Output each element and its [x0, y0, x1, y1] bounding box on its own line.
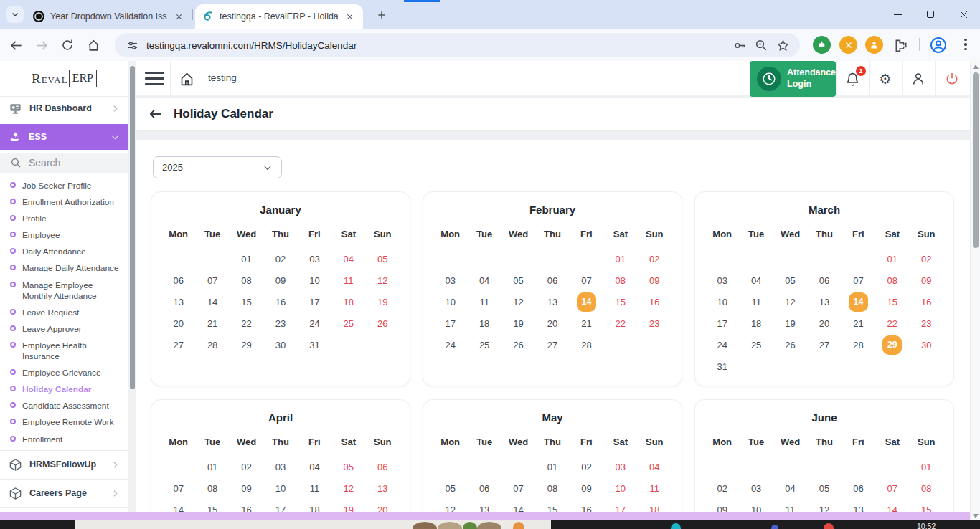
sidebar-item-profile[interactable]: Profile [0, 211, 128, 227]
calendar-date[interactable]: 24 [705, 340, 739, 351]
windows-taskbar[interactable]: 10:52 [0, 520, 980, 529]
calendar-date[interactable]: 04 [739, 275, 773, 286]
zoom-icon[interactable] [754, 38, 768, 52]
calendar-date[interactable]: 27 [807, 340, 841, 351]
holiday-date[interactable]: 14 [577, 292, 596, 312]
calendar-date[interactable]: 01 [603, 254, 637, 264]
taskbar-app-icon[interactable] [671, 523, 681, 529]
calendar-date[interactable]: 09 [570, 483, 603, 494]
scroll-down-arrow-icon[interactable] [973, 514, 979, 518]
sidebar-item-employee-health-insurance[interactable]: Employee Health Insurance [0, 338, 128, 365]
calendar-date[interactable]: 03 [739, 483, 773, 494]
calendar-date[interactable]: 18 [638, 505, 672, 513]
calendar-date[interactable]: 03 [705, 275, 739, 286]
calendar-date[interactable]: 30 [263, 340, 297, 351]
calendar-date[interactable]: 03 [433, 275, 467, 286]
calendar-date[interactable]: 13 [807, 297, 841, 308]
calendar-date[interactable]: 14 [570, 292, 603, 312]
calendar-date[interactable]: 17 [298, 297, 331, 308]
calendar-date[interactable]: 08 [230, 275, 263, 286]
calendar-date[interactable]: 15 [535, 505, 569, 513]
calendar-date[interactable]: 21 [195, 318, 229, 329]
calendar-date[interactable]: 11 [773, 505, 807, 513]
calendar-date[interactable]: 10 [298, 275, 331, 286]
sidebar-item-candidate-assessment[interactable]: Candidate Assessment [0, 398, 128, 414]
calendar-date[interactable]: 05 [366, 254, 400, 264]
calendar-date[interactable]: 09 [263, 275, 297, 286]
calendar-date[interactable]: 13 [842, 505, 875, 513]
password-key-icon[interactable] [732, 38, 747, 52]
extension-person-icon[interactable] [865, 36, 883, 54]
app-home-button[interactable] [178, 70, 195, 87]
calendar-date[interactable]: 14 [161, 505, 195, 513]
page-scrollbar-thumb[interactable] [973, 72, 979, 248]
calendar-date[interactable]: 06 [535, 275, 569, 286]
calendar-date[interactable]: 13 [467, 505, 501, 513]
hamburger-menu-icon[interactable] [145, 72, 164, 85]
calendar-date[interactable]: 23 [910, 318, 943, 329]
minimize-button[interactable] [881, 0, 914, 29]
calendar-date[interactable]: 14 [501, 505, 535, 513]
calendar-date[interactable]: 04 [773, 483, 807, 494]
calendar-date[interactable]: 10 [603, 483, 637, 494]
new-tab-button[interactable] [373, 6, 390, 24]
calendar-date[interactable]: 19 [366, 297, 400, 308]
calendar-date[interactable]: 06 [467, 483, 501, 494]
sidebar-item-enrollment-authorization[interactable]: Enrollment Authorization [0, 194, 128, 211]
calendar-date[interactable]: 08 [875, 275, 909, 286]
calendar-date[interactable]: 25 [331, 318, 365, 329]
calendar-date[interactable]: 25 [739, 340, 773, 351]
calendar-date[interactable]: 05 [773, 275, 807, 286]
extension-robot-icon[interactable] [813, 36, 831, 54]
calendar-date[interactable]: 02 [570, 462, 603, 472]
calendar-date[interactable]: 11 [467, 297, 501, 308]
calendar-date[interactable]: 18 [331, 297, 365, 308]
calendar-date[interactable]: 14 [195, 297, 229, 308]
calendar-date[interactable]: 20 [807, 318, 841, 329]
calendar-date[interactable]: 26 [366, 318, 400, 329]
calendar-date[interactable]: 17 [433, 318, 467, 329]
calendar-date[interactable]: 08 [195, 483, 229, 494]
holiday-date[interactable]: 14 [849, 292, 868, 312]
calendar-date[interactable]: 05 [331, 462, 365, 472]
extension-orange-x-icon[interactable] [839, 36, 857, 54]
calendar-date[interactable]: 06 [842, 483, 875, 494]
close-window-button[interactable] [947, 0, 980, 29]
sidebar-item-leave-request[interactable]: Leave Request [0, 305, 128, 321]
calendar-date[interactable]: 01 [195, 462, 229, 472]
calendar-date[interactable]: 15 [603, 297, 637, 308]
calendar-date[interactable]: 19 [501, 318, 535, 329]
calendar-date[interactable]: 16 [230, 505, 263, 513]
calendar-date[interactable]: 11 [331, 275, 365, 286]
calendar-date[interactable]: 09 [705, 505, 739, 513]
calendar-date[interactable]: 12 [807, 505, 841, 513]
calendar-date[interactable]: 06 [161, 275, 195, 286]
calendar-date[interactable]: 22 [230, 318, 263, 329]
calendar-date[interactable]: 17 [263, 505, 297, 513]
sidebar-item-employee-remote-work[interactable]: Employee Remote Work [0, 414, 128, 431]
sidebar-item-daily-attendance[interactable]: Daily Attendance [0, 244, 128, 260]
calendar-date[interactable]: 21 [570, 318, 603, 329]
calendar-date[interactable]: 07 [501, 483, 535, 494]
calendar-date[interactable]: 01 [230, 254, 263, 264]
profile-avatar[interactable] [929, 36, 947, 54]
calendar-date[interactable]: 25 [467, 340, 501, 351]
calendar-date[interactable]: 16 [263, 297, 297, 308]
calendar-date[interactable]: 29 [230, 340, 263, 351]
calendar-date[interactable]: 11 [638, 483, 672, 494]
search-input[interactable] [29, 157, 115, 168]
calendar-date[interactable]: 05 [501, 275, 535, 286]
calendar-date[interactable]: 27 [161, 340, 195, 351]
taskbar-app-icon[interactable] [824, 523, 834, 529]
address-bar[interactable]: testingqa.revalomni.com/HRMS/HolidayCale… [115, 33, 800, 57]
calendar-date[interactable]: 16 [910, 297, 943, 308]
calendar-date[interactable]: 20 [161, 318, 195, 329]
calendar-date[interactable]: 19 [773, 318, 807, 329]
extensions-puzzle-icon[interactable] [892, 36, 910, 54]
calendar-date[interactable]: 18 [739, 318, 773, 329]
calendar-date[interactable]: 26 [773, 340, 807, 351]
sidebar-item-ess[interactable]: ESS [0, 124, 128, 150]
sidebar-item-hr-dashboard[interactable]: HR Dashboard [0, 97, 128, 120]
calendar-date[interactable]: 10 [263, 483, 297, 494]
sidebar-item-hrmsfollowup[interactable]: HRMSFollowUp [0, 450, 128, 479]
